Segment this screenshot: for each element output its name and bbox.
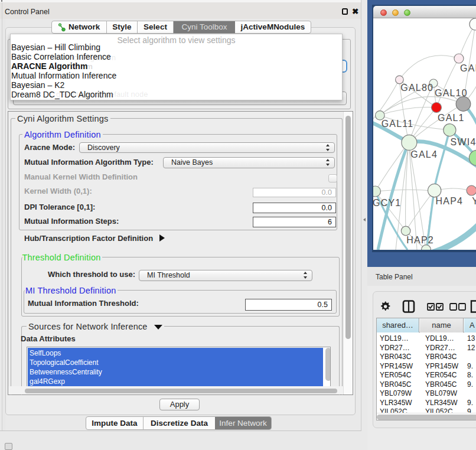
svg-text:GAL10: GAL10 — [435, 88, 468, 98]
svg-text:GCY1: GCY1 — [373, 198, 401, 208]
svg-text:GAL1: GAL1 — [438, 113, 465, 123]
svg-text:GAL80: GAL80 — [400, 83, 433, 93]
svg-text:GAL11: GAL11 — [382, 119, 414, 129]
svg-text:GAL7: GAL7 — [460, 63, 476, 73]
svg-text:HAP2: HAP2 — [406, 235, 434, 245]
svg-text:HAP4: HAP4 — [436, 196, 464, 206]
svg-text:YEL0: YEL0 — [472, 196, 476, 206]
svg-text:GAL4: GAL4 — [410, 149, 438, 159]
svg-text:SWI4: SWI4 — [451, 137, 476, 147]
